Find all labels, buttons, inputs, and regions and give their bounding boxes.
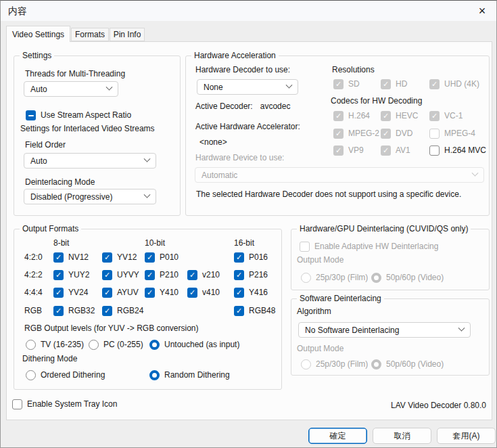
chevron-down-icon — [144, 192, 151, 198]
rgb-level-untouched-radio[interactable]: Untouched (as input) — [149, 340, 239, 350]
checkbox-checked-icon — [53, 270, 64, 280]
format-rgb32-checkbox[interactable]: RGB32 — [53, 306, 95, 316]
radio-label: 25p/30p (Film) — [316, 273, 368, 283]
sw-50p60p-radio: 50p/60p (Video) — [371, 359, 444, 369]
adaptive-hw-deint-label: Enable Adaptive HW Deinterlacing — [314, 242, 438, 252]
format-ayuv-checkbox[interactable]: AYUV — [102, 288, 139, 298]
tab-video-settings[interactable]: Video Settings — [6, 26, 70, 42]
row-label-422: 4:2:2 — [24, 270, 43, 280]
format-label: YV24 — [68, 288, 88, 298]
tab-formats[interactable]: Formats — [71, 28, 109, 41]
row-label-420: 4:2:0 — [24, 252, 43, 263]
algorithm-dropdown[interactable]: No Software Deinterlacing — [298, 322, 471, 338]
codec-label: H.264 MVC — [444, 145, 486, 156]
format-label: RGB24 — [117, 306, 143, 316]
radio-unselected-icon — [89, 340, 99, 350]
threads-dropdown[interactable]: Auto — [24, 81, 118, 97]
format-v410-checkbox[interactable]: v410 — [187, 288, 220, 298]
tab-pin-info[interactable]: Pin Info — [110, 28, 145, 41]
radio-selected-icon — [149, 340, 160, 350]
hw-device-dropdown: Automatic — [195, 167, 484, 183]
checkbox-checked-disabled-icon — [381, 129, 391, 139]
hw-decoder-dropdown[interactable]: None — [197, 79, 298, 95]
chevron-down-icon — [106, 84, 113, 91]
system-tray-checkbox[interactable]: Enable System Tray Icon — [12, 399, 117, 409]
format-p016-checkbox[interactable]: P016 — [234, 252, 268, 263]
radio-selected-disabled-icon — [371, 273, 381, 283]
format-yuy2-checkbox[interactable]: YUY2 — [53, 270, 89, 280]
format-y410-checkbox[interactable]: Y410 — [145, 288, 179, 298]
radio-label: 50p/60p (Video) — [386, 359, 444, 369]
rgb-level-tv-radio[interactable]: TV (16-235) — [26, 340, 84, 350]
codec-hevc-checkbox: HEVC — [381, 111, 418, 121]
format-yv12-checkbox[interactable]: YV12 — [102, 252, 137, 263]
codec-mpeg2-checkbox: MPEG-2 — [333, 129, 379, 139]
cancel-button-label: 取消 — [394, 430, 410, 442]
sw-25p30p-radio: 25p/30p (Film) — [301, 359, 368, 369]
checkbox-checked-disabled-icon — [429, 79, 440, 89]
settings-group-title: Settings — [20, 51, 54, 61]
active-decoder-value: avcodec — [260, 102, 291, 112]
format-yv24-checkbox[interactable]: YV24 — [53, 288, 88, 298]
checkbox-checked-icon — [102, 252, 112, 263]
hw-device-label: Hardware Device to use: — [195, 153, 284, 163]
format-p010-checkbox[interactable]: P010 — [145, 252, 179, 263]
checkbox-checked-icon — [145, 288, 155, 298]
resolution-label: UHD (4K) — [444, 79, 479, 89]
cancel-button[interactable]: 取消 — [373, 428, 431, 444]
codec-vc1-checkbox: VC-1 — [429, 111, 463, 121]
checkbox-checked-icon — [234, 306, 244, 316]
format-rgb24-checkbox[interactable]: RGB24 — [102, 306, 143, 316]
checkbox-checked-disabled-icon — [333, 79, 344, 89]
codec-label: VC-1 — [444, 111, 463, 121]
tab-page-video-settings: Settings Threads for Multi-Threading Aut… — [6, 41, 492, 420]
format-label: NV12 — [68, 252, 89, 263]
deinterlacing-mode-dropdown[interactable]: Disabled (Progressive) — [24, 189, 156, 204]
chevron-down-icon — [472, 170, 479, 177]
checkbox-indeterminate-icon — [26, 110, 36, 120]
ok-button[interactable]: 確定 — [308, 428, 367, 444]
apply-button-label: 套用(A) — [453, 430, 480, 442]
format-nv12-checkbox[interactable]: NV12 — [53, 252, 89, 263]
radio-unselected-icon — [26, 340, 36, 350]
active-accelerator-label: Active Hardware Accelerator: — [195, 122, 300, 132]
radio-unselected-icon — [26, 370, 36, 380]
radio-label: TV (16-235) — [41, 340, 84, 350]
radio-unselected-disabled-icon — [301, 273, 311, 283]
rgb-level-pc-radio[interactable]: PC (0-255) — [89, 340, 143, 350]
chevron-down-icon — [144, 156, 151, 162]
version-text: LAV Video Decoder 0.80.0 — [391, 401, 486, 411]
field-order-dropdown[interactable]: Auto — [24, 153, 156, 169]
random-dithering-radio[interactable]: Random Dithering — [149, 370, 230, 380]
checkbox-checked-icon — [145, 270, 155, 280]
checkbox-checked-disabled-icon — [333, 111, 344, 121]
tab-label: Formats — [75, 30, 105, 39]
format-rgb48-checkbox[interactable]: RGB48 — [234, 306, 275, 316]
format-label: YUY2 — [68, 270, 89, 280]
format-p210-checkbox[interactable]: P210 — [145, 270, 179, 280]
use-stream-aspect-ratio-checkbox[interactable]: Use Stream Aspect Ratio — [26, 110, 131, 120]
radio-selected-icon — [149, 370, 160, 380]
settings-group: Settings Threads for Multi-Threading Aut… — [14, 55, 181, 216]
hardware-acceleration-group: Hardware Acceleration Hardware Decoder t… — [185, 55, 490, 216]
radio-label: Ordered Dithering — [41, 370, 105, 380]
checkbox-unchecked-icon — [429, 145, 440, 156]
close-icon[interactable]: × — [474, 3, 490, 19]
codec-h264mvc-checkbox[interactable]: H.264 MVC — [429, 145, 486, 156]
checkbox-checked-icon — [234, 270, 244, 280]
format-v210-checkbox[interactable]: v210 — [187, 270, 220, 280]
format-y416-checkbox[interactable]: Y416 — [234, 288, 268, 298]
ordered-dithering-radio[interactable]: Ordered Dithering — [26, 370, 105, 380]
apply-button[interactable]: 套用(A) — [437, 428, 496, 444]
radio-unselected-disabled-icon — [301, 359, 311, 369]
output-formats-group-title: Output Formats — [20, 224, 81, 234]
format-uyvy-checkbox[interactable]: UYVY — [102, 270, 139, 280]
format-p216-checkbox[interactable]: P216 — [234, 270, 268, 280]
checkbox-checked-icon — [145, 252, 155, 263]
codec-label: H.264 — [348, 111, 370, 121]
titlebar: 内容 × — [1, 1, 496, 21]
radio-label: PC (0-255) — [103, 340, 143, 350]
radio-label: Untouched (as input) — [164, 340, 239, 350]
hw-device-note: The selected Hardware Decoder does not s… — [196, 189, 461, 200]
checkbox-checked-disabled-icon — [333, 145, 344, 156]
